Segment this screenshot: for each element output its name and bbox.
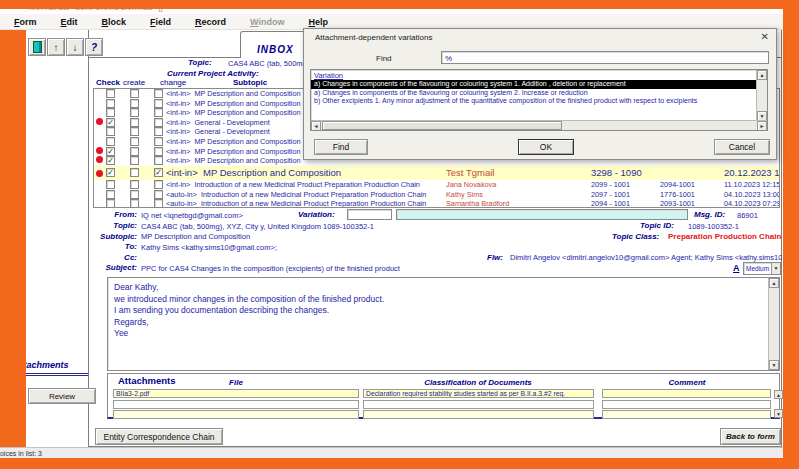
msgid-value: 86901 xyxy=(737,211,758,220)
check-checkbox[interactable] xyxy=(106,190,115,199)
row-subtopic: <int-in> General - Development xyxy=(166,127,270,137)
comment-field[interactable] xyxy=(602,400,771,409)
create-checkbox[interactable] xyxy=(130,108,139,117)
body-scrollbar[interactable]: ▲ ▼ xyxy=(768,278,779,370)
cc-label: Cc: xyxy=(90,253,137,262)
create-checkbox[interactable] xyxy=(130,180,139,189)
create-checkbox[interactable] xyxy=(130,147,139,156)
check-checkbox[interactable] xyxy=(106,99,115,108)
check-checkbox[interactable] xyxy=(106,137,115,146)
menu-help[interactable]: Help xyxy=(309,17,329,27)
classification-field[interactable] xyxy=(363,410,594,419)
check-checkbox[interactable] xyxy=(106,108,115,117)
change-checkbox[interactable] xyxy=(154,147,163,156)
exit-button[interactable] xyxy=(28,38,46,56)
dialog-cancel-button[interactable]: Cancel xyxy=(714,139,770,155)
review-button[interactable]: Review xyxy=(28,388,96,404)
previous-record-button[interactable]: ↑ xyxy=(47,38,65,56)
next-record-button[interactable]: ↓ xyxy=(66,38,84,56)
dialog-find-input[interactable]: % xyxy=(441,51,769,64)
table-row[interactable]: <auto-in> Introduction of a new Medicina… xyxy=(94,199,779,208)
change-checkbox[interactable] xyxy=(154,199,163,208)
attachment-scroll-down-icon[interactable]: ▼ xyxy=(774,409,783,418)
close-icon[interactable]: ✕ xyxy=(761,31,769,42)
attachment-scroll-up-icon[interactable]: ▲ xyxy=(774,390,783,399)
change-checkbox[interactable]: ✓ xyxy=(154,168,163,177)
classification-field[interactable] xyxy=(363,400,594,409)
change-checkbox[interactable] xyxy=(154,99,163,108)
file-field[interactable] xyxy=(113,400,359,409)
variation-items: a) Changes in components of the flavouri… xyxy=(311,80,767,106)
comment-field[interactable] xyxy=(602,410,771,419)
menu-window[interactable]: Window xyxy=(250,17,284,27)
menu-field[interactable]: Field xyxy=(150,17,171,27)
help-button[interactable]: ? xyxy=(85,38,103,56)
variation-description-input[interactable] xyxy=(396,209,688,220)
variation-list[interactable]: Variation a) Changes in components of th… xyxy=(310,69,768,131)
variation-list-vscrollbar[interactable]: ▲ ▼ xyxy=(756,70,767,121)
change-checkbox[interactable] xyxy=(154,137,163,146)
create-checkbox[interactable] xyxy=(130,199,139,208)
unread-dot-icon xyxy=(96,170,103,177)
change-checkbox[interactable] xyxy=(154,190,163,199)
topicclass-value: Preparation Production Chain xyxy=(668,232,781,241)
topic-value: CAS4 ABC (tab, 500mg), XYZ, City y, Unit… xyxy=(141,222,374,231)
menu-edit[interactable]: Edit xyxy=(61,17,78,27)
check-checkbox[interactable]: ✓ xyxy=(106,156,115,165)
create-checkbox[interactable] xyxy=(130,127,139,136)
hscroll-thumb[interactable] xyxy=(322,121,562,130)
check-checkbox[interactable]: ✓ xyxy=(106,168,115,177)
message-body-text: Dear Kathy, we introduced minor changes … xyxy=(114,282,384,340)
check-checkbox[interactable] xyxy=(106,199,115,208)
change-checkbox[interactable] xyxy=(154,118,163,127)
classification-field[interactable]: Declaration required stability studies s… xyxy=(363,389,594,398)
check-checkbox[interactable] xyxy=(106,89,115,98)
variation-input[interactable] xyxy=(347,209,392,220)
font-style-button[interactable]: A xyxy=(733,263,740,273)
change-checkbox[interactable] xyxy=(154,156,163,165)
dropdown-arrow-icon[interactable]: ▼ xyxy=(771,263,780,274)
check-checkbox[interactable]: ✓ xyxy=(106,118,115,127)
variation-list-hscrollbar[interactable]: ◄ ► xyxy=(311,120,767,130)
check-checkbox[interactable] xyxy=(106,180,115,189)
menu-block[interactable]: Block xyxy=(102,17,127,27)
row-subtopic: <int-in> MP Description and Composition xyxy=(166,156,301,166)
scroll-up-icon[interactable]: ▲ xyxy=(757,70,767,80)
scroll-up-icon[interactable]: ▲ xyxy=(769,278,779,288)
message-body[interactable]: Dear Kathy, we introduced minor changes … xyxy=(107,277,780,371)
dialog-ok-button[interactable]: OK xyxy=(518,139,574,155)
change-checkbox[interactable] xyxy=(154,108,163,117)
scroll-down-icon[interactable]: ▼ xyxy=(769,360,779,370)
create-checkbox[interactable] xyxy=(130,190,139,199)
change-checkbox[interactable] xyxy=(154,180,163,189)
priority-select[interactable]: Medium ▼ xyxy=(743,262,781,275)
menu-record[interactable]: Record xyxy=(195,17,226,27)
create-checkbox[interactable] xyxy=(130,137,139,146)
variation-item[interactable]: a) Changes in components of the flavouri… xyxy=(311,89,756,98)
create-checkbox[interactable] xyxy=(130,89,139,98)
dialog-find-button[interactable]: Find xyxy=(314,139,368,155)
create-checkbox[interactable] xyxy=(130,118,139,127)
help-icon: ? xyxy=(91,42,97,53)
change-checkbox[interactable] xyxy=(154,127,163,136)
file-field[interactable]: BIIa3-2.pdf xyxy=(113,389,359,398)
check-checkbox[interactable]: ✓ xyxy=(106,147,115,156)
check-column-header: Check xyxy=(96,78,120,87)
table-row[interactable]: <int-in> Introduction of a new Medicinal… xyxy=(94,180,779,190)
menu-form[interactable]: Form xyxy=(14,17,37,27)
scroll-right-icon[interactable]: ► xyxy=(757,121,767,131)
scroll-left-icon[interactable]: ◄ xyxy=(311,121,321,131)
entity-correspondence-chain-button[interactable]: Entity Correspondence Chain xyxy=(95,428,223,445)
create-checkbox[interactable] xyxy=(130,156,139,165)
table-row[interactable]: <auto-in> Introduction of a new Medicina… xyxy=(94,190,779,200)
check-checkbox[interactable] xyxy=(106,127,115,136)
file-field[interactable] xyxy=(113,410,359,419)
variation-item[interactable]: a) Changes in components of the flavouri… xyxy=(311,80,756,89)
variation-item[interactable]: b) Other excipients 1. Any minor adjustm… xyxy=(311,97,756,106)
comment-field[interactable] xyxy=(602,389,771,398)
back-to-form-button[interactable]: Back to form xyxy=(720,428,781,445)
table-row[interactable]: ✓✓<int-in> MP Description and Compositio… xyxy=(94,166,779,181)
create-checkbox[interactable] xyxy=(130,168,139,177)
change-checkbox[interactable] xyxy=(154,89,163,98)
create-checkbox[interactable] xyxy=(130,99,139,108)
